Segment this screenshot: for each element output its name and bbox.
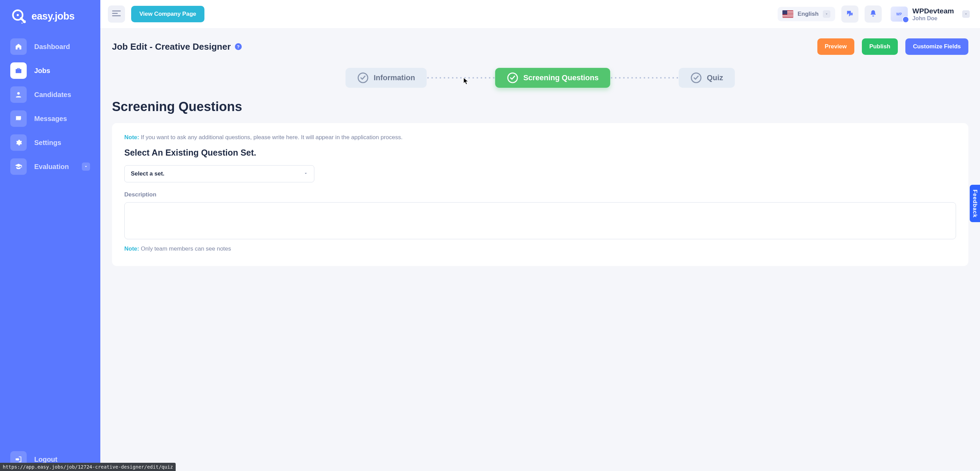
- caret-down-icon: [304, 171, 308, 177]
- main-area: View Company Page English: [100, 0, 980, 471]
- brand-logo[interactable]: easy.jobs: [10, 4, 90, 35]
- gear-icon: [10, 134, 27, 151]
- sidebar-item-label: Settings: [34, 139, 61, 147]
- browser-status-url: https://app.easy.jobs/job/12724-creative…: [0, 463, 176, 471]
- briefcase-icon: [10, 62, 27, 79]
- note-label: Note:: [124, 246, 139, 252]
- step-information[interactable]: Information: [345, 68, 426, 88]
- description-textarea[interactable]: [124, 202, 956, 239]
- user-name: John Doe: [913, 15, 954, 22]
- description-label: Description: [124, 191, 956, 198]
- sidebar: easy.jobs Dashboard Jobs Candidates: [0, 0, 100, 471]
- app-root: easy.jobs Dashboard Jobs Candidates: [0, 0, 980, 471]
- sidebar-item-label: Logout: [34, 455, 57, 463]
- publish-button[interactable]: Publish: [862, 38, 898, 55]
- sidebar-item-label: Candidates: [34, 91, 71, 99]
- messages-button[interactable]: [841, 5, 858, 22]
- step-progress: Information Screening Questions Quiz: [112, 68, 968, 88]
- step-label: Quiz: [707, 73, 723, 82]
- note-text-2: Note: Only team members can see notes: [124, 246, 956, 252]
- preview-button[interactable]: Preview: [817, 38, 854, 55]
- flag-us-icon: [783, 10, 793, 18]
- step-label: Information: [374, 73, 415, 82]
- page-title: Job Edit - Creative Designer: [112, 42, 231, 52]
- content: Job Edit - Creative Designer ? Preview P…: [100, 28, 980, 471]
- avatar-badge-icon: [902, 16, 909, 23]
- step-connector: [610, 77, 679, 79]
- svg-point-4: [22, 22, 22, 24]
- svg-point-3: [25, 21, 26, 22]
- brand-mark-icon: [10, 8, 27, 25]
- svg-rect-15: [783, 16, 793, 17]
- screening-card: Note: If you want to ask any additional …: [112, 123, 968, 266]
- sidebar-item-label: Messages: [34, 115, 67, 123]
- chevron-down-icon: [823, 10, 830, 18]
- bell-icon: [869, 10, 877, 19]
- svg-rect-6: [17, 118, 21, 120]
- select-placeholder: Select a set.: [131, 170, 164, 177]
- select-set-title: Select An Existing Question Set.: [124, 148, 956, 158]
- question-set-select[interactable]: Select a set.: [124, 165, 314, 182]
- sidebar-item-label: Jobs: [34, 67, 50, 75]
- sidebar-item-jobs[interactable]: Jobs: [10, 62, 90, 79]
- sidebar-item-label: Dashboard: [34, 43, 70, 51]
- sidebar-item-dashboard[interactable]: Dashboard: [10, 38, 90, 55]
- notifications-button[interactable]: [865, 5, 882, 22]
- brand-name: easy.jobs: [32, 11, 75, 22]
- profile-menu[interactable]: WP WPDevteam John Doe: [888, 5, 972, 23]
- chevron-down-icon: [962, 10, 970, 18]
- sidebar-item-settings[interactable]: Settings: [10, 134, 90, 151]
- sidebar-item-evaluation[interactable]: Evaluation: [10, 158, 90, 175]
- sidebar-item-candidates[interactable]: Candidates: [10, 86, 90, 103]
- team-name: WPDevteam: [913, 6, 954, 15]
- hamburger-icon: [112, 10, 121, 18]
- person-icon: [10, 86, 27, 103]
- note-label: Note:: [124, 134, 139, 141]
- svg-point-1: [17, 14, 19, 16]
- menu-toggle-button[interactable]: [108, 5, 125, 22]
- step-connector: [426, 77, 495, 79]
- step-screening-questions[interactable]: Screening Questions: [495, 68, 610, 88]
- sidebar-item-label: Evaluation: [34, 163, 69, 171]
- svg-rect-14: [783, 15, 793, 16]
- check-circle-icon: [507, 72, 519, 84]
- sidebar-item-messages[interactable]: Messages: [10, 110, 90, 127]
- chat-bubbles-icon: [846, 10, 854, 19]
- check-circle-icon: [690, 72, 702, 84]
- chevron-down-icon: [82, 163, 90, 171]
- graduation-cap-icon: [10, 158, 27, 175]
- topbar: View Company Page English: [100, 0, 980, 28]
- language-selector[interactable]: English: [778, 7, 835, 21]
- language-label: English: [797, 11, 818, 18]
- customize-button[interactable]: Customize Fields: [905, 38, 968, 55]
- check-circle-icon: [357, 72, 369, 84]
- chat-icon: [10, 110, 27, 127]
- note-text: Note: If you want to ask any additional …: [124, 134, 956, 141]
- svg-point-5: [17, 92, 19, 94]
- page-header: Job Edit - Creative Designer ? Preview P…: [112, 38, 968, 55]
- view-company-button[interactable]: View Company Page: [131, 6, 204, 22]
- avatar: WP: [891, 6, 908, 22]
- svg-rect-16: [783, 10, 787, 14]
- sidebar-nav: Dashboard Jobs Candidates Messages: [10, 38, 90, 175]
- feedback-tab[interactable]: Feedback: [970, 185, 980, 222]
- note-body: Only team members can see notes: [139, 246, 231, 252]
- step-label: Screening Questions: [523, 73, 598, 82]
- profile-text: WPDevteam John Doe: [913, 6, 954, 22]
- help-icon[interactable]: ?: [235, 43, 242, 50]
- note-body: If you want to ask any additional questi…: [139, 134, 402, 141]
- svg-point-2: [23, 22, 24, 23]
- section-title: Screening Questions: [112, 99, 968, 114]
- step-quiz[interactable]: Quiz: [679, 68, 735, 88]
- home-icon: [10, 38, 27, 55]
